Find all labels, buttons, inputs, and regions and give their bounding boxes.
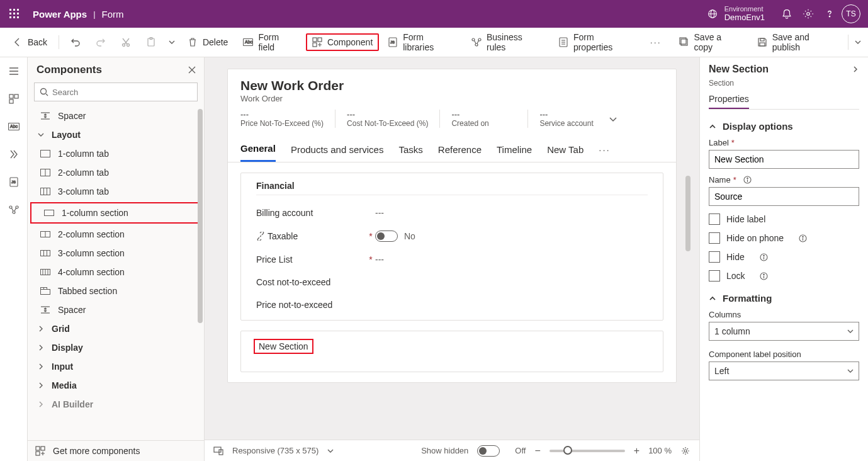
- category-layout[interactable]: Layout: [28, 125, 204, 144]
- notifications-icon[interactable]: [776, 3, 798, 25]
- tab-products[interactable]: Products and services: [291, 139, 384, 161]
- form-field-button[interactable]: Abc Form field: [237, 28, 303, 56]
- app-launcher-icon[interactable]: [6, 6, 23, 22]
- account-avatar[interactable]: TS: [840, 3, 862, 25]
- component-spacer-2[interactable]: Spacer: [28, 300, 204, 319]
- form-properties-button[interactable]: Form properties: [552, 28, 641, 56]
- component-2col-tab[interactable]: 2-column tab: [28, 163, 204, 182]
- form-libraries-label: Form libraries: [403, 32, 456, 52]
- field-billing-account[interactable]: Billing account ---: [256, 208, 648, 218]
- label-input[interactable]: [709, 150, 859, 169]
- rail-components-icon[interactable]: [5, 90, 23, 108]
- name-input[interactable]: [709, 187, 859, 206]
- zoom-in-button[interactable]: +: [634, 445, 640, 457]
- properties-tab[interactable]: Properties: [709, 91, 749, 109]
- field-price-nte[interactable]: Price not-to-exceed: [256, 300, 648, 310]
- header-field[interactable]: ---Cost Not-To-Exceed (%): [335, 110, 439, 128]
- clp-label: Component label position: [709, 350, 859, 359]
- section-formatting[interactable]: Formatting: [709, 293, 859, 304]
- save-publish-dropdown[interactable]: [848, 35, 862, 50]
- more-commands-button[interactable]: ···: [644, 33, 668, 51]
- toggle-taxable[interactable]: [375, 230, 398, 242]
- component-1col-section[interactable]: 1-column section: [30, 202, 201, 224]
- tab-new[interactable]: New Tab: [547, 139, 583, 161]
- search-input[interactable]: [52, 88, 192, 97]
- delete-button[interactable]: Delete: [181, 33, 234, 51]
- scrollbar[interactable]: [198, 109, 203, 323]
- field-price-list[interactable]: Price List * ---: [256, 254, 648, 265]
- show-hidden-toggle[interactable]: [477, 445, 500, 457]
- tab-overflow[interactable]: ···: [599, 139, 611, 161]
- section-display-options[interactable]: Display options: [709, 121, 859, 132]
- field-taxable[interactable]: Taxable * No: [256, 230, 648, 242]
- paste-button[interactable]: [140, 33, 162, 51]
- redo-button[interactable]: [89, 33, 112, 51]
- components-search[interactable]: [34, 83, 198, 101]
- columns-select[interactable]: 1 column: [709, 322, 859, 341]
- back-button[interactable]: Back: [6, 33, 54, 51]
- rail-libraries-icon[interactable]: JS: [5, 173, 23, 191]
- save-copy-button[interactable]: Save a copy: [673, 28, 748, 56]
- rail-fields-icon[interactable]: Abc: [5, 118, 23, 135]
- component-3col-tab[interactable]: 3-column tab: [28, 182, 204, 201]
- category-input[interactable]: Input: [28, 357, 204, 376]
- tab-timeline[interactable]: Timeline: [497, 139, 532, 161]
- save-publish-button[interactable]: Save and publish: [751, 28, 845, 56]
- tab-tasks[interactable]: Tasks: [398, 139, 422, 161]
- category-grid[interactable]: Grid: [28, 319, 204, 338]
- zoom-out-button[interactable]: −: [534, 445, 540, 457]
- info-icon[interactable]: [760, 253, 768, 261]
- hide-checkbox[interactable]: Hide: [709, 251, 859, 263]
- header-field[interactable]: ---Price Not-To-Exceed (%): [240, 110, 335, 128]
- category-display[interactable]: Display: [28, 338, 204, 357]
- fit-screen-icon[interactable]: [680, 446, 690, 456]
- environment-picker[interactable]: Environment DemoEnv1: [707, 5, 765, 23]
- info-icon[interactable]: [760, 272, 768, 280]
- zoom-slider[interactable]: [550, 450, 625, 452]
- component-spacer[interactable]: Spacer: [28, 106, 204, 125]
- rail-hamburger-icon[interactable]: [5, 62, 23, 80]
- settings-icon[interactable]: [798, 3, 819, 25]
- category-ai-builder[interactable]: AI Builder: [28, 395, 204, 414]
- product-name[interactable]: Power Apps: [33, 9, 87, 20]
- rail-tree-icon[interactable]: [5, 145, 23, 163]
- expand-panel-icon[interactable]: [852, 65, 859, 73]
- component-3col-section[interactable]: 3-column section: [28, 244, 204, 263]
- section-new[interactable]: New Section: [240, 331, 663, 372]
- component-1col-tab[interactable]: 1-column tab: [28, 144, 204, 163]
- info-icon[interactable]: [743, 176, 752, 184]
- help-icon[interactable]: [819, 3, 840, 25]
- component-button[interactable]: Component: [306, 33, 379, 51]
- undo-button[interactable]: [64, 33, 87, 51]
- svg-rect-7: [13, 16, 15, 18]
- hide-phone-checkbox[interactable]: Hide on phone: [709, 232, 859, 244]
- paste-dropdown[interactable]: [165, 39, 179, 45]
- section-financial[interactable]: Financial Billing account --- Taxable * …: [240, 173, 663, 321]
- header-field[interactable]: ---Service account: [527, 110, 628, 128]
- component-2col-section[interactable]: 2-column section: [28, 225, 204, 244]
- cut-button[interactable]: [115, 33, 137, 51]
- tab-reference[interactable]: Reference: [438, 139, 482, 161]
- field-cost-nte[interactable]: Cost not-to-exceed: [256, 277, 648, 287]
- expand-header-icon[interactable]: [609, 115, 617, 123]
- clp-select[interactable]: Left: [709, 361, 859, 380]
- responsive-icon[interactable]: [213, 447, 223, 455]
- component-tabbed-section[interactable]: Tabbed section: [28, 282, 204, 300]
- delete-label: Delete: [203, 37, 228, 47]
- business-rules-button[interactable]: Business rules: [465, 28, 550, 56]
- tab-general[interactable]: General: [240, 138, 276, 162]
- header-field[interactable]: ---Created on: [439, 110, 527, 128]
- rail-rules-icon[interactable]: [5, 201, 23, 219]
- info-icon[interactable]: [799, 234, 807, 242]
- canvas-scrollbar[interactable]: [685, 176, 690, 251]
- hide-label-checkbox[interactable]: Hide label: [709, 213, 859, 225]
- get-more-components-button[interactable]: Get more components: [28, 440, 204, 461]
- form-libraries-button[interactable]: JS Form libraries: [381, 28, 463, 56]
- responsive-label[interactable]: Responsive (735 x 575): [232, 446, 318, 455]
- component-4col-section[interactable]: 4-column section: [28, 263, 204, 282]
- form-preview[interactable]: New Work Order Work Order ---Price Not-T…: [227, 69, 677, 383]
- responsive-dropdown-icon[interactable]: [327, 448, 334, 454]
- lock-checkbox[interactable]: Lock: [709, 270, 859, 282]
- category-media[interactable]: Media: [28, 376, 204, 395]
- close-panel-icon[interactable]: [188, 65, 196, 74]
